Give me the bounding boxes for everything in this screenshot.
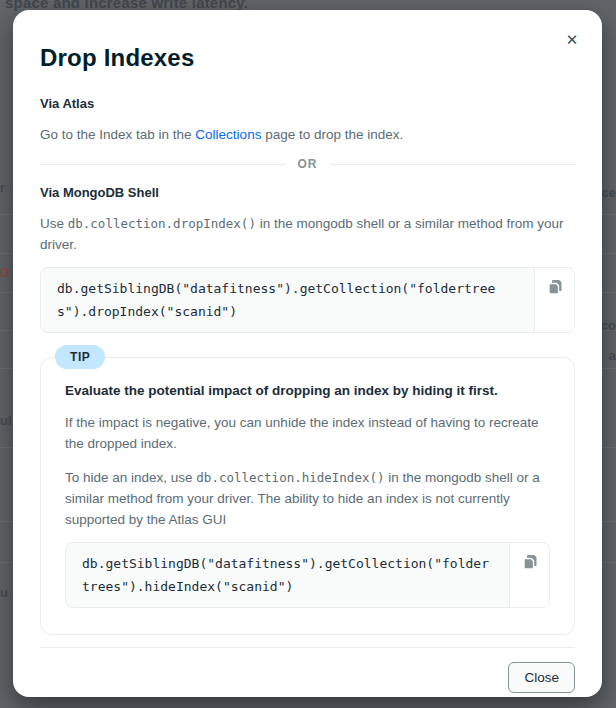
tip-heading: Evaluate the potential impact of droppin… xyxy=(65,382,550,399)
close-icon[interactable]: ✕ xyxy=(562,30,582,50)
tip-paragraph-2: To hide an index, use db.collection.hide… xyxy=(65,467,550,530)
background-text-fragment: ce xyxy=(602,185,616,200)
hide-index-code: db.getSiblingDB("datafitness").getCollec… xyxy=(66,543,509,607)
via-atlas-text-before: Go to the Index tab in the xyxy=(40,127,195,142)
copy-icon xyxy=(522,554,538,570)
tip-badge: TIP xyxy=(55,345,105,369)
drop-indexes-modal: ✕ Drop Indexes Via Atlas Go to the Index… xyxy=(13,10,602,697)
dropindex-inline-code: db.collection.dropIndex() xyxy=(68,216,256,231)
via-atlas-heading: Via Atlas xyxy=(40,96,575,112)
drop-index-code: db.getSiblingDB("datafitness").getCollec… xyxy=(41,268,534,332)
tip-paragraph-1: If the impact is negative, you can unhid… xyxy=(65,412,550,454)
tip-paragraph-2-before: To hide an index, use xyxy=(65,470,196,485)
close-button[interactable]: Close xyxy=(508,662,575,693)
modal-title: Drop Indexes xyxy=(40,45,575,71)
modal-footer: Close xyxy=(40,648,575,693)
background-text-fragment: a xyxy=(609,348,616,363)
background-text-fragment: D xyxy=(0,265,9,280)
background-text-fragment: u xyxy=(0,585,8,600)
hide-index-code-block: db.getSiblingDB("datafitness").getCollec… xyxy=(65,542,550,608)
via-atlas-text: Go to the Index tab in the Collections p… xyxy=(40,124,575,145)
drop-index-code-block: db.getSiblingDB("datafitness").getCollec… xyxy=(40,267,575,333)
copy-button[interactable] xyxy=(509,543,549,607)
via-shell-text-before: Use xyxy=(40,216,68,231)
hideindex-inline-code: db.collection.hideIndex() xyxy=(196,470,384,485)
collections-link[interactable]: Collections xyxy=(195,127,261,142)
copy-icon xyxy=(547,279,563,295)
background-text-fragment: r xyxy=(0,180,5,195)
via-atlas-text-after: page to drop the index. xyxy=(261,127,403,142)
divider-line xyxy=(330,164,576,165)
copy-button[interactable] xyxy=(534,268,574,332)
background-text-fragment: ul xyxy=(0,413,12,428)
tip-callout: TIP Evaluate the potential impact of dro… xyxy=(40,357,575,635)
background-text-fragment: co xyxy=(601,318,616,333)
via-shell-text: Use db.collection.dropIndex() in the mon… xyxy=(40,213,575,255)
divider-line xyxy=(40,164,286,165)
or-divider: OR xyxy=(40,157,575,171)
or-label: OR xyxy=(298,157,318,171)
via-shell-heading: Via MongoDB Shell xyxy=(40,185,575,201)
